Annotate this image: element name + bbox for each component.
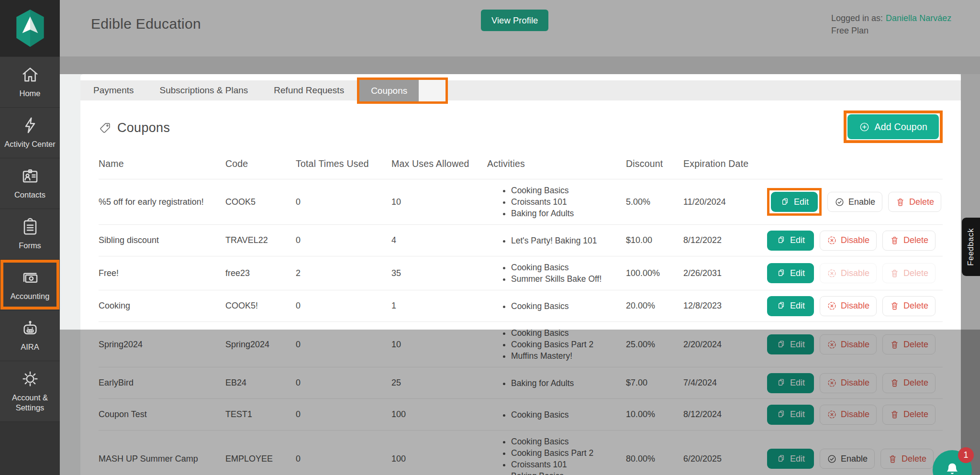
edit-button[interactable]: Edit <box>767 405 814 425</box>
coupon-total-times-used: 0 <box>296 454 391 464</box>
delete-button[interactable]: Delete <box>888 192 941 212</box>
view-profile-button[interactable]: View Profile <box>481 10 548 31</box>
table-body: %5 off for early registration! COOK5 0 1… <box>99 179 943 475</box>
trash-icon <box>890 409 900 420</box>
edit-button[interactable]: Edit <box>767 373 814 393</box>
app-window: Home Activity Center Contacts Forms Acco… <box>0 0 980 475</box>
add-coupon-button[interactable]: Add Coupon <box>847 114 939 139</box>
sidebar-item-aira[interactable]: AIRA <box>0 310 60 361</box>
copy-icon <box>776 409 786 420</box>
table-row: Coupon Test TEST1 0 100 Cooking Basics 1… <box>99 399 943 431</box>
check-circle-icon <box>827 454 837 464</box>
edit-button-wrap: Edit <box>767 449 814 469</box>
top-header: Edible Education View Profile Logged in … <box>60 0 980 56</box>
delete-button[interactable]: Delete <box>882 296 935 316</box>
enable-button[interactable]: Enable <box>820 449 875 469</box>
brand-logo[interactable] <box>0 0 60 56</box>
coupon-total-times-used: 0 <box>296 340 391 350</box>
settings-icon <box>21 369 40 388</box>
trash-icon <box>890 235 900 245</box>
column-header-expiration-date: Expiration Date <box>683 158 767 169</box>
edit-button[interactable]: Edit <box>771 192 818 212</box>
user-name-link[interactable]: Daniella Narváez <box>886 13 951 23</box>
coupon-name: Sibling discount <box>99 235 225 245</box>
edit-button[interactable]: Edit <box>767 231 814 251</box>
table-row: Sibling discount TRAVEL22 0 4 Let's Part… <box>99 225 943 256</box>
coupons-table: NameCodeTotal Times UsedMax Uses Allowed… <box>80 141 961 475</box>
coupon-expiration-date: 8/12/2022 <box>683 235 767 245</box>
sidebar-item-activity-center[interactable]: Activity Center <box>0 107 60 158</box>
disable-button[interactable]: Disable <box>820 373 877 393</box>
coupon-code: COOK5! <box>225 301 296 311</box>
coupon-max-uses-allowed: 1 <box>391 301 487 311</box>
tab-coupons[interactable]: Coupons <box>359 80 419 101</box>
column-header-activities: Activities <box>487 158 626 169</box>
edit-button[interactable]: Edit <box>767 334 814 354</box>
sidebar-item-contacts[interactable]: Contacts <box>0 158 60 209</box>
coupon-max-uses-allowed: 4 <box>391 235 487 245</box>
dashed-x-circle-icon <box>827 378 837 388</box>
coupon-name: %5 off for early registration! <box>99 197 225 207</box>
activity-item: Cooking Basics <box>511 262 621 273</box>
coupon-code: free23 <box>225 268 296 278</box>
coupon-name: Cooking <box>99 301 225 311</box>
plus-circle-icon <box>859 122 870 133</box>
coupon-activities: Cooking BasicsCooking Basics Part 2Muffi… <box>487 327 626 362</box>
sidebar-footer <box>0 421 60 475</box>
disable-button[interactable]: Disable <box>820 405 877 425</box>
copy-icon <box>776 235 786 245</box>
disable-button[interactable]: Disable <box>820 334 877 354</box>
dashed-x-circle-icon <box>827 409 837 420</box>
notification-badge: 1 <box>958 447 974 463</box>
add-coupon-label: Add Coupon <box>875 122 927 133</box>
edit-button[interactable]: Edit <box>767 296 814 316</box>
edit-button-wrap: Edit <box>767 231 814 251</box>
feedback-tab[interactable]: Feedback <box>962 218 980 276</box>
coupon-discount: 10.00% <box>626 409 683 420</box>
activity-item: Baking Basics <box>511 470 621 475</box>
edit-button[interactable]: Edit <box>767 263 814 283</box>
delete-button[interactable]: Delete <box>882 373 935 393</box>
coupon-max-uses-allowed: 100 <box>391 409 487 420</box>
enable-button[interactable]: Enable <box>827 192 882 212</box>
header-shadow-band <box>60 56 980 74</box>
sidebar-item-home[interactable]: Home <box>0 56 60 107</box>
coupon-max-uses-allowed: 10 <box>391 197 487 207</box>
tab-refund-requests[interactable]: Refund Requests <box>261 80 357 100</box>
sidebar: Home Activity Center Contacts Forms Acco… <box>0 0 60 475</box>
sidebar-item-forms[interactable]: Forms <box>0 209 60 259</box>
tab-subscriptions-plans[interactable]: Subscriptions & Plans <box>146 80 261 100</box>
trash-icon <box>888 454 898 464</box>
activity-item: Cooking Basics Part 2 <box>511 447 621 459</box>
coupon-expiration-date: 8/12/2024 <box>683 409 767 420</box>
edit-button-wrap: Edit <box>767 296 814 316</box>
row-actions: Edit Disable Delete <box>767 405 943 425</box>
coupon-code: Spring2024 <box>225 340 296 350</box>
activity-item: Cooking Basics <box>511 409 621 420</box>
coupon-total-times-used: 0 <box>296 197 391 207</box>
coupon-discount: 25.00% <box>626 340 683 350</box>
delete-button[interactable]: Delete <box>880 449 934 469</box>
delete-button[interactable]: Delete <box>882 334 935 354</box>
activity-item: Cooking Basics Part 2 <box>511 339 621 350</box>
feedback-label: Feedback <box>966 228 976 266</box>
delete-button[interactable]: Delete <box>882 263 935 283</box>
disable-button[interactable]: Disable <box>820 296 877 316</box>
delete-button[interactable]: Delete <box>882 405 935 425</box>
coupon-total-times-used: 0 <box>296 301 391 311</box>
delete-button[interactable]: Delete <box>882 231 935 251</box>
disable-button[interactable]: Disable <box>820 263 877 283</box>
coupon-expiration-date: 2/20/2024 <box>683 340 767 350</box>
coupon-max-uses-allowed: 35 <box>391 268 487 278</box>
sidebar-item-accounting[interactable]: Accounting <box>0 259 60 310</box>
disable-button[interactable]: Disable <box>820 231 877 251</box>
main-area: Edible Education View Profile Logged in … <box>60 0 980 475</box>
tab-payments[interactable]: Payments <box>80 80 146 100</box>
edit-button[interactable]: Edit <box>767 449 814 469</box>
sidebar-item-account-settings[interactable]: Account & Settings <box>0 361 60 421</box>
row-actions: Edit Disable Delete <box>767 263 943 283</box>
coupon-discount: 20.00% <box>626 301 683 311</box>
table-row: %5 off for early registration! COOK5 0 1… <box>99 179 943 225</box>
copy-icon <box>776 454 786 464</box>
contacts-icon <box>21 166 40 186</box>
